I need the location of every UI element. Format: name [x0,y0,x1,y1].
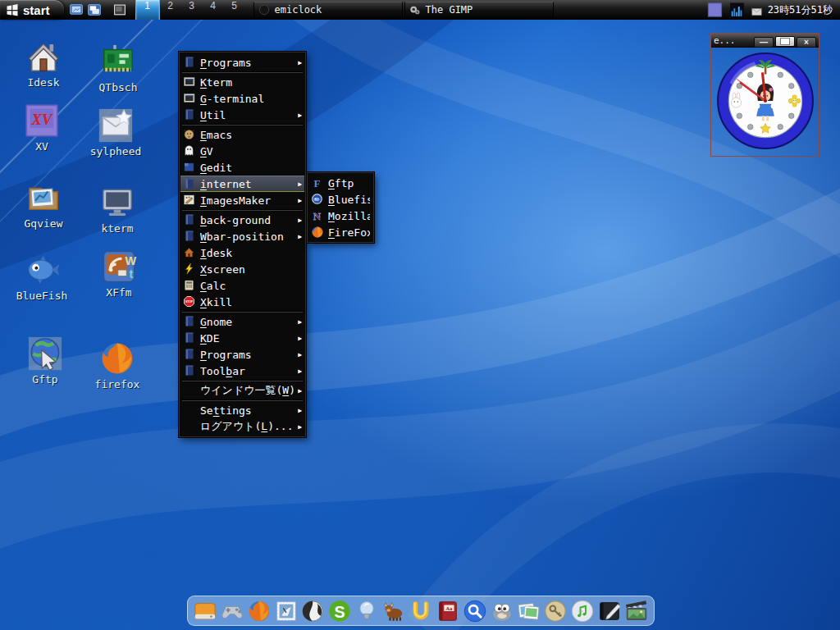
close-button[interactable]: × [797,37,816,48]
desktop-icon-label: XV [5,140,79,153]
menu-item-programs[interactable]: Programs▶ [180,54,304,71]
emiclock-titlebar[interactable]: e... —× [711,34,819,48]
menu-item-gnome[interactable]: Gnome▶ [180,313,304,330]
menu-item-toolbar[interactable]: Toolbar▶ [180,363,304,379]
desktop-icon-sylpheed[interactable]: sylpheed [79,107,153,158]
desktop-icon-label: sylpheed [79,145,153,158]
start-button[interactable]: start [0,0,64,20]
menu-item-label: Util [200,109,294,121]
desktop-icon-label: Gftp [8,373,82,386]
menu-item-emacs[interactable]: Emacs [180,126,304,143]
windows-logo-icon [6,3,19,16]
menu-item-w[interactable]: ウインドウ一覧(W)▶ [180,382,304,399]
menu-item-kde[interactable]: KDE▶ [180,330,304,346]
submenu-arrow-icon: ▶ [298,407,302,414]
dock-gimp-icon[interactable] [490,599,514,623]
menu-item-programs[interactable]: Programs▶ [180,346,304,363]
display-icon[interactable] [112,3,127,17]
dock-drive-icon[interactable] [193,599,217,623]
menu-item-gv[interactable]: GV [180,143,304,159]
dock-photos-icon[interactable] [516,599,541,623]
dock-office-icon[interactable] [409,599,433,623]
dock-mail-stamp-icon[interactable] [274,599,299,623]
desktop-icon-gqview[interactable]: Gqview [7,179,80,230]
system-tray [706,2,763,18]
menu-item-label: Programs [200,57,294,69]
menu-item-label: ウインドウ一覧(W) [200,383,294,398]
emiclock-body [711,48,819,156]
workspace-2[interactable]: 2 [160,0,181,20]
dock-spotlight-icon[interactable] [463,599,487,623]
menu-item-gedit[interactable]: Gedit [180,159,304,176]
desktop-icon-idesk[interactable]: Idesk [7,38,80,89]
workspace-1[interactable]: 1 [135,0,160,20]
menu-item-internet[interactable]: internet▶ [180,176,304,192]
menu-item-label: FireFox [328,226,370,239]
dock-journal-icon[interactable] [597,599,622,623]
submenu-item-gftp[interactable]: FGftp [308,175,372,191]
desktop-icon-xffm[interactable]: WtXFfm [82,248,156,299]
workspace-3[interactable]: 3 [181,0,203,20]
dock-imovie-icon[interactable] [624,599,649,623]
workspace-5[interactable]: 5 [224,0,245,20]
dock-firefox-icon[interactable] [247,599,272,623]
desktop-icon-firefox[interactable]: firefox [80,340,154,390]
dock-itunes-icon[interactable] [570,599,595,623]
menu-item-imagesmaker[interactable]: ImagesMaker▶ [180,192,304,208]
submenu-item-mozilla[interactable]: NMozilla [308,208,372,224]
desktop-icon-label: XFfm [82,286,156,299]
menu-separator [182,399,303,401]
app-square-icon[interactable] [706,2,724,18]
svg-text:t: t [130,267,134,281]
menu-separator [182,124,303,126]
menu-item-calc[interactable]: Calc [180,277,304,294]
menu-item-label: ImagesMaker [200,194,294,207]
desktop-icon-kterm[interactable]: kterm [80,184,154,235]
desktop-icon-bluefish[interactable]: BlueFish [5,251,79,302]
menu-item-xscreen[interactable]: Xscreen [180,261,304,277]
menu-item-l[interactable]: ログアウト(L)...▶ [180,418,304,435]
desktop-icon-qtbsch[interactable]: QTbsch [81,43,155,94]
task-button-the-gimp[interactable]: The GIMP [404,2,554,18]
dock-dictionary-icon[interactable]: Aa [436,599,460,623]
house-icon [183,246,196,259]
desktop-icon-xv[interactable]: XVXV [5,102,79,153]
menu-item-settings[interactable]: Settings▶ [180,402,304,418]
menu-item-xkill[interactable]: STOPXkill [180,294,304,310]
menu-item-label: internet [200,178,294,190]
desktop-icon-label: QTbsch [81,81,155,94]
menu-item-g-terminal[interactable]: G-terminal [180,90,304,107]
menu-item-label: KDE [200,332,294,345]
mail-icon[interactable] [751,5,763,16]
menu-item-kterm[interactable]: Kterm [180,74,304,90]
minimize-button[interactable]: — [754,37,774,48]
workspace-4[interactable]: 4 [203,0,224,20]
dock-keychain-icon[interactable] [543,599,568,623]
dock-controller-icon[interactable] [220,599,244,623]
dock-lightbulb-icon[interactable] [354,599,379,623]
dock-globe-icon[interactable] [300,599,325,623]
bluefish-icon [23,251,61,289]
desktop-icon-gftp[interactable]: Gftp [8,335,82,386]
calculator-icon [183,279,196,292]
spectrum-icon[interactable] [726,2,748,17]
svg-text:STOP: STOP [185,300,194,304]
maximize-button[interactable] [775,36,795,47]
task-button-emiclock[interactable]: emiclock [253,2,403,18]
dock-bull-icon[interactable] [381,599,406,623]
emiclock-title: e... [714,35,752,46]
menu-item-util[interactable]: Util▶ [180,107,304,123]
cascade-windows-icon[interactable] [87,3,102,17]
folder-icon [183,56,196,69]
menu-item-back-ground[interactable]: back-ground▶ [180,212,304,228]
submenu-item-firefox[interactable]: FireFox [308,224,372,240]
show-desktop-icon[interactable] [69,3,84,17]
desktop-icon-label: BlueFish [5,290,79,302]
workspace-pager: 12345 [135,0,245,20]
menu-item-wbar-position[interactable]: Wbar-position▶ [180,228,304,244]
palette-icon [183,194,196,207]
terminal-icon [183,75,196,89]
dock-skype-icon[interactable]: S [327,599,352,623]
menu-item-idesk[interactable]: Idesk [180,244,304,261]
submenu-item-bluefish[interactable]: Bluefish [308,191,372,208]
